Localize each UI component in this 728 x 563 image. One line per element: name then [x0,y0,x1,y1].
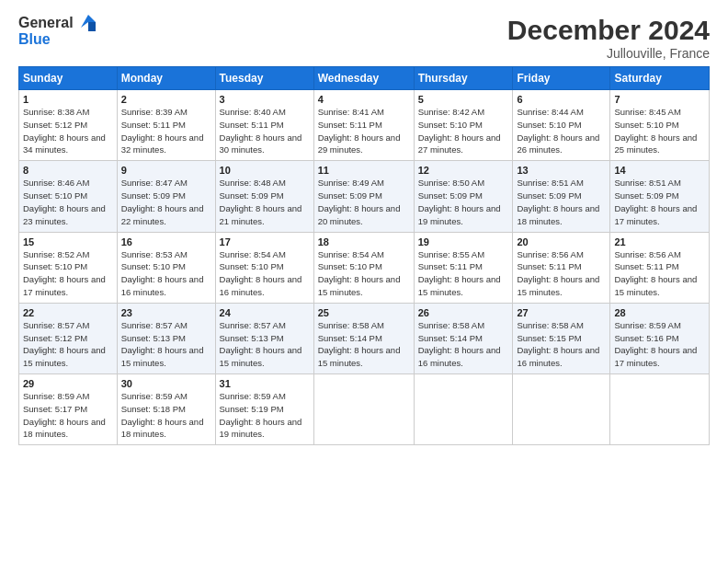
day-number: 4 [318,94,410,105]
day-cell-19: 19 Sunrise: 8:55 AMSunset: 5:11 PMDaylig… [414,232,513,303]
day-cell-6: 6 Sunrise: 8:44 AMSunset: 5:10 PMDayligh… [513,90,610,161]
day-number: 17 [220,236,310,247]
day-number: 18 [318,236,410,247]
empty-cell-w5-d3 [313,374,414,445]
day-number: 5 [418,94,509,105]
title-block: December 2024 Jullouville, France [507,15,710,61]
day-detail: Sunrise: 8:51 AMSunset: 5:09 PMDaylight:… [614,178,697,225]
day-cell-2: 2 Sunrise: 8:39 AMSunset: 5:11 PMDayligh… [117,90,215,161]
day-detail: Sunrise: 8:59 AMSunset: 5:18 PMDaylight:… [121,391,204,439]
day-cell-29: 29 Sunrise: 8:59 AMSunset: 5:17 PMDaylig… [19,374,118,445]
day-detail: Sunrise: 8:55 AMSunset: 5:11 PMDaylight:… [418,249,501,297]
day-cell-17: 17 Sunrise: 8:54 AMSunset: 5:10 PMDaylig… [215,232,313,303]
day-cell-10: 10 Sunrise: 8:48 AMSunset: 5:09 PMDaylig… [215,161,313,232]
day-detail: Sunrise: 8:44 AMSunset: 5:10 PMDaylight:… [517,107,599,155]
day-cell-25: 25 Sunrise: 8:58 AMSunset: 5:14 PMDaylig… [313,303,414,373]
day-detail: Sunrise: 8:41 AMSunset: 5:11 PMDaylight:… [318,107,401,155]
week-row-3: 15 Sunrise: 8:52 AMSunset: 5:10 PMDaylig… [19,232,710,303]
day-cell-13: 13 Sunrise: 8:51 AMSunset: 5:09 PMDaylig… [513,161,610,232]
day-number: 7 [614,94,705,105]
day-cell-20: 20 Sunrise: 8:56 AMSunset: 5:11 PMDaylig… [513,232,610,303]
day-number: 24 [220,307,310,318]
col-header-monday: Monday [117,67,215,90]
empty-cell-w5-d4 [414,374,513,445]
day-cell-22: 22 Sunrise: 8:57 AMSunset: 5:12 PMDaylig… [19,303,118,373]
col-header-tuesday: Tuesday [215,67,313,90]
day-number: 12 [418,165,509,176]
day-cell-31: 31 Sunrise: 8:59 AMSunset: 5:19 PMDaylig… [215,374,313,445]
day-number: 11 [318,165,410,176]
page: General Blue December 2024 Jullouville, … [0,0,728,563]
col-header-wednesday: Wednesday [313,67,414,90]
day-detail: Sunrise: 8:57 AMSunset: 5:13 PMDaylight:… [121,320,204,368]
day-cell-27: 27 Sunrise: 8:58 AMSunset: 5:15 PMDaylig… [513,303,610,373]
day-number: 8 [23,165,113,176]
day-number: 22 [23,307,113,318]
day-cell-14: 14 Sunrise: 8:51 AMSunset: 5:09 PMDaylig… [610,161,710,232]
day-number: 1 [23,94,113,105]
day-detail: Sunrise: 8:57 AMSunset: 5:13 PMDaylight:… [220,320,302,368]
logo-arrow-icon [77,15,96,31]
day-number: 13 [517,165,606,176]
day-cell-15: 15 Sunrise: 8:52 AMSunset: 5:10 PMDaylig… [19,232,118,303]
col-header-saturday: Saturday [610,67,710,90]
day-detail: Sunrise: 8:38 AMSunset: 5:12 PMDaylight:… [23,107,106,155]
day-detail: Sunrise: 8:46 AMSunset: 5:10 PMDaylight:… [23,178,106,225]
week-row-5: 29 Sunrise: 8:59 AMSunset: 5:17 PMDaylig… [19,374,710,445]
day-detail: Sunrise: 8:56 AMSunset: 5:11 PMDaylight:… [517,249,599,297]
day-detail: Sunrise: 8:54 AMSunset: 5:10 PMDaylight:… [318,249,401,297]
day-cell-12: 12 Sunrise: 8:50 AMSunset: 5:09 PMDaylig… [414,161,513,232]
day-detail: Sunrise: 8:40 AMSunset: 5:11 PMDaylight:… [220,107,302,155]
day-number: 25 [318,307,410,318]
day-detail: Sunrise: 8:56 AMSunset: 5:11 PMDaylight:… [614,249,697,297]
day-cell-30: 30 Sunrise: 8:59 AMSunset: 5:18 PMDaylig… [117,374,215,445]
day-detail: Sunrise: 8:49 AMSunset: 5:09 PMDaylight:… [318,178,401,225]
day-detail: Sunrise: 8:58 AMSunset: 5:14 PMDaylight:… [418,320,501,368]
day-detail: Sunrise: 8:59 AMSunset: 5:17 PMDaylight:… [23,391,106,439]
day-number: 10 [220,165,310,176]
day-detail: Sunrise: 8:42 AMSunset: 5:10 PMDaylight:… [418,107,501,155]
logo: General Blue [18,15,96,48]
day-number: 2 [121,94,211,105]
day-cell-1: 1 Sunrise: 8:38 AMSunset: 5:12 PMDayligh… [19,90,118,161]
day-number: 9 [121,165,211,176]
header: General Blue December 2024 Jullouville, … [18,15,710,61]
day-number: 3 [220,94,310,105]
day-number: 6 [517,94,606,105]
main-title: December 2024 [507,15,710,46]
logo-text-block: General Blue [18,15,96,48]
week-row-2: 8 Sunrise: 8:46 AMSunset: 5:10 PMDayligh… [19,161,710,232]
day-number: 19 [418,236,509,247]
day-number: 29 [23,378,113,389]
day-detail: Sunrise: 8:57 AMSunset: 5:12 PMDaylight:… [23,320,106,368]
day-number: 26 [418,307,509,318]
day-detail: Sunrise: 8:50 AMSunset: 5:09 PMDaylight:… [418,178,501,225]
col-header-thursday: Thursday [414,67,513,90]
empty-cell-w5-d5 [513,374,610,445]
day-cell-7: 7 Sunrise: 8:45 AMSunset: 5:10 PMDayligh… [610,90,710,161]
day-detail: Sunrise: 8:53 AMSunset: 5:10 PMDaylight:… [121,249,204,297]
day-cell-11: 11 Sunrise: 8:49 AMSunset: 5:09 PMDaylig… [313,161,414,232]
day-cell-3: 3 Sunrise: 8:40 AMSunset: 5:11 PMDayligh… [215,90,313,161]
week-row-4: 22 Sunrise: 8:57 AMSunset: 5:12 PMDaylig… [19,303,710,373]
col-header-friday: Friday [513,67,610,90]
day-detail: Sunrise: 8:52 AMSunset: 5:10 PMDaylight:… [23,249,106,297]
day-cell-16: 16 Sunrise: 8:53 AMSunset: 5:10 PMDaylig… [117,232,215,303]
day-number: 16 [121,236,211,247]
day-number: 30 [121,378,211,389]
day-detail: Sunrise: 8:58 AMSunset: 5:14 PMDaylight:… [318,320,401,368]
day-cell-26: 26 Sunrise: 8:58 AMSunset: 5:14 PMDaylig… [414,303,513,373]
subtitle: Jullouville, France [507,46,710,61]
day-detail: Sunrise: 8:58 AMSunset: 5:15 PMDaylight:… [517,320,599,368]
calendar-table: Sunday Monday Tuesday Wednesday Thursday… [18,66,710,445]
day-number: 31 [220,378,310,389]
day-detail: Sunrise: 8:48 AMSunset: 5:09 PMDaylight:… [220,178,302,225]
col-header-sunday: Sunday [19,67,118,90]
day-detail: Sunrise: 8:59 AMSunset: 5:16 PMDaylight:… [614,320,697,368]
day-cell-21: 21 Sunrise: 8:56 AMSunset: 5:11 PMDaylig… [610,232,710,303]
day-cell-8: 8 Sunrise: 8:46 AMSunset: 5:10 PMDayligh… [19,161,118,232]
day-number: 28 [614,307,705,318]
day-cell-28: 28 Sunrise: 8:59 AMSunset: 5:16 PMDaylig… [610,303,710,373]
day-detail: Sunrise: 8:39 AMSunset: 5:11 PMDaylight:… [121,107,204,155]
day-cell-23: 23 Sunrise: 8:57 AMSunset: 5:13 PMDaylig… [117,303,215,373]
